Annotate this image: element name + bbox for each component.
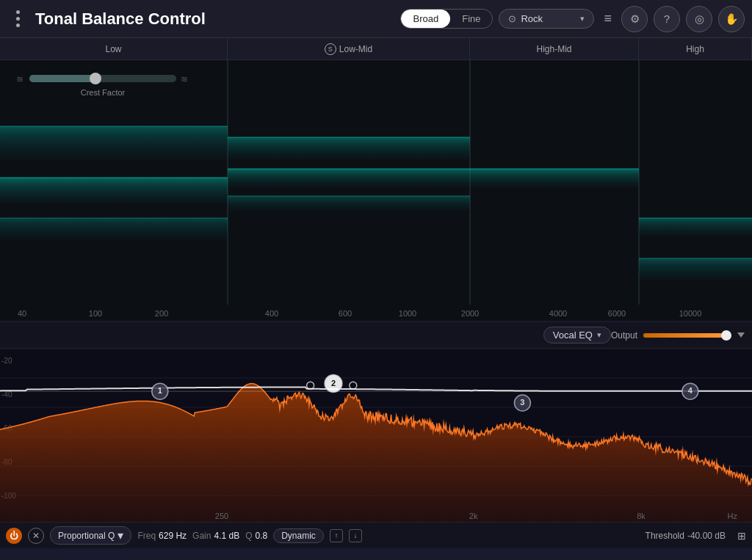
hand-icon: ✋ [725,12,739,26]
eq-canvas[interactable] [0,349,752,523]
q-param: Q 0.8 [245,531,267,541]
threshold-label: Threshold [646,531,684,541]
eq-preset-chevron-icon: ▾ [597,330,601,340]
top-controls: Broad Fine ⊙ Rock ▾ ≡ ⚙ ? ◎ ✋ [400,6,745,32]
preset-chevron-icon: ▾ [580,14,585,23]
close-icon: ✕ [32,531,40,541]
q-label: Q [245,531,252,541]
eq-type-chevron-icon: ▾ [118,528,123,542]
output-slider-fill [643,333,723,338]
band-highmid-label: High-Mid [536,44,571,54]
output-slider-thumb [721,330,731,341]
gear-icon: ⚙ [630,12,640,26]
output-control: Output [611,330,745,341]
question-icon: ? [664,12,670,25]
gain-label: Gain [192,531,211,541]
band-high-label: High [686,44,704,54]
eq-preset-label: Vocal EQ [553,330,593,341]
arrow-up-button[interactable]: ↑ [330,529,343,542]
hand-tool-button[interactable]: ✋ [718,6,745,32]
app-title: Tonal Balance Control [35,10,400,29]
power-button[interactable]: ⏻ [6,528,22,544]
visualizer-canvas[interactable] [0,60,752,321]
eq-preset-dropdown[interactable]: Vocal EQ ▾ [543,327,611,343]
eq-canvas-container [0,349,752,522]
close-button[interactable]: ✕ [28,528,44,544]
sliders-icon: ⊞ [737,530,746,542]
arrow-up-icon: ↑ [334,531,338,539]
band-lowmid-label: Low-Mid [339,44,372,54]
top-bar: Tonal Balance Control Broad Fine ⊙ Rock … [0,0,752,38]
dynamic-button[interactable]: Dynamic [273,528,324,543]
freq-label: Freq [137,531,156,541]
visualizer [0,60,752,321]
arrow-down-button[interactable]: ↓ [349,529,362,542]
freq-value: 629 Hz [159,531,187,541]
freq-param: Freq 629 Hz [137,531,187,541]
preset-icon: ⊙ [508,13,516,24]
preset-dropdown[interactable]: ⊙ Rock ▾ [499,9,594,29]
band-header-lowmid: S Low-Mid [228,38,470,59]
band-header-high: High [639,38,752,59]
threshold-control: Threshold -40.00 dB [646,531,726,541]
threshold-value: -40.00 dB [687,531,726,541]
headphones-button[interactable]: ◎ [686,6,712,32]
bottom-bar: ⏻ ✕ Proportional Q ▾ Freq 629 Hz Gain 4.… [0,522,752,548]
arrow-down-icon: ↓ [353,531,357,539]
gain-value: 4.1 dB [214,531,239,541]
output-dropdown-arrow-icon[interactable] [737,332,745,338]
band-header-highmid: High-Mid [470,38,639,59]
broad-button[interactable]: Broad [401,10,450,28]
broad-fine-toggle: Broad Fine [400,9,493,29]
help-button[interactable]: ? [654,6,680,32]
menu-dots-button[interactable] [7,0,28,38]
preset-label: Rock [521,13,576,24]
fine-button[interactable]: Fine [450,10,492,28]
output-slider[interactable] [643,333,731,338]
q-value: 0.8 [256,531,268,541]
hamburger-button[interactable]: ≡ [600,7,615,30]
gain-param: Gain 4.1 dB [192,531,239,541]
output-label: Output [611,330,637,341]
power-icon: ⏻ [10,531,18,541]
eq-toolbar: Vocal EQ ▾ Output [0,322,752,349]
eq-section: Vocal EQ ▾ Output 6 0 -6 -12 -18 -24 ⏻ ✕ [0,321,752,548]
headphones-icon: ◎ [695,12,704,26]
eq-type-label: Proportional Q [58,531,115,541]
band-low-label: Low [105,44,121,54]
settings-button[interactable]: ⚙ [621,6,648,32]
lowmid-solo-button[interactable]: S [325,43,336,55]
band-headers: Low S Low-Mid High-Mid High [0,38,752,60]
eq-type-dropdown[interactable]: Proportional Q ▾ [50,526,131,545]
band-header-low: Low [0,38,228,59]
